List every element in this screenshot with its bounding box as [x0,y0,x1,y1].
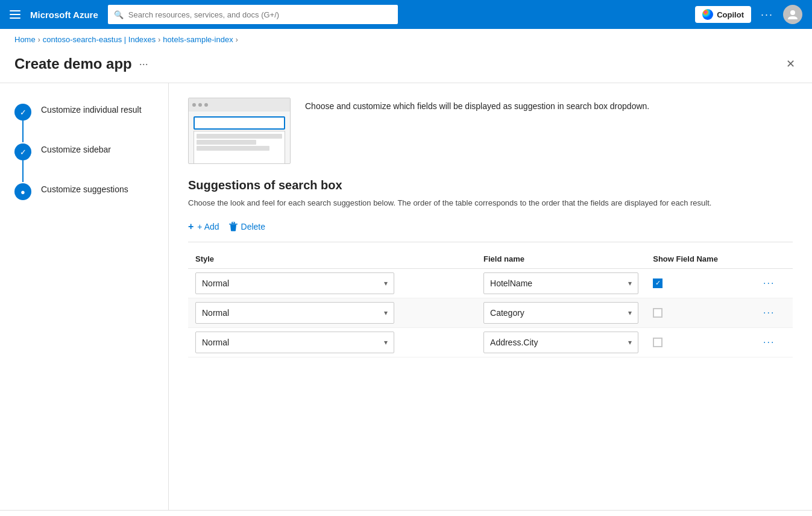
user-avatar[interactable] [783,5,802,24]
field-cell-3: Address.City ▾ [476,327,646,357]
global-search-box[interactable]: 🔍 [108,5,398,24]
table-row: Normal ▾ Category ▾ [188,298,793,327]
wizard-step-1[interactable]: ✓ Customize individual result [14,102,154,121]
field-dropdown-2[interactable]: Category ▾ [483,302,638,324]
style-cell-2: Normal ▾ [188,298,476,327]
mockup-searchbox [194,116,285,130]
main-content: ✓ Customize individual result ✓ Customiz… [0,83,812,510]
show-cell-1: ✓ [646,268,756,298]
page-header: Create demo app ··· ✕ [0,50,812,83]
show-cell-3 [646,327,756,357]
field-value-2: Category [490,308,524,318]
breadcrumb-indexes[interactable]: contoso-search-eastus | Indexes [43,35,156,44]
breadcrumb-index[interactable]: hotels-sample-index [163,35,233,44]
breadcrumb-home[interactable]: Home [14,35,36,44]
mockup-dot-1 [192,103,196,107]
style-chevron-3: ▾ [384,338,388,347]
topbar: Microsoft Azure 🔍 Copilot ··· [0,0,812,29]
field-cell-1: HotelName ▾ [476,268,646,298]
show-cell-2 [646,298,756,327]
style-dropdown-2[interactable]: Normal ▾ [195,302,394,324]
action-cell-1: ··· [756,268,793,298]
mockup-dot-2 [198,103,202,107]
style-dropdown-1[interactable]: Normal ▾ [195,272,394,294]
delete-button[interactable]: Delete [229,219,265,234]
table-row: Normal ▾ Address.City ▾ [188,327,793,357]
style-chevron-2: ▾ [384,309,388,317]
field-dropdown-3[interactable]: Address.City ▾ [483,332,638,353]
copilot-button[interactable]: Copilot [695,6,751,23]
style-value-2: Normal [202,308,229,318]
wizard-footer: Previous Create demo app [0,510,812,516]
close-button[interactable]: ✕ [784,55,798,73]
brand-name: Microsoft Azure [30,10,98,20]
field-dropdown-1[interactable]: HotelName ▾ [483,272,638,294]
svg-point-4 [790,10,795,15]
hamburger-menu[interactable] [10,10,20,19]
preview-row: Choose and customize which fields will b… [188,98,793,164]
row-actions-2[interactable]: ··· [763,307,775,318]
show-checkbox-container-2 [653,308,749,318]
wizard-connector-1 [22,121,24,142]
style-dropdown-3[interactable]: Normal ▾ [195,332,394,353]
show-checkbox-container-1: ✓ [653,278,749,288]
style-cell-3: Normal ▾ [188,327,476,357]
action-cell-2: ··· [756,298,793,327]
field-value-1: HotelName [490,278,532,288]
step-1-icon: ✓ [14,104,31,121]
wizard-step-3[interactable]: ● Customize suggestions [14,182,154,200]
page-title-more[interactable]: ··· [139,58,148,71]
delete-icon [229,222,238,231]
style-value-1: Normal [202,278,229,288]
field-value-3: Address.City [490,338,538,347]
add-button[interactable]: + + Add [188,219,219,234]
field-chevron-3: ▾ [628,338,632,347]
header-field: Field name [476,250,646,269]
header-actions [756,250,793,269]
preview-description: Choose and customize which fields will b… [305,98,649,113]
show-checkbox-container-3 [653,338,749,347]
breadcrumb-sep-1: › [38,36,40,44]
field-cell-2: Category ▾ [476,298,646,327]
mockup-row-3 [197,146,269,151]
mockup-row-2 [197,140,256,145]
field-chevron-1: ▾ [628,279,632,288]
add-label: + Add [197,222,219,231]
suggestions-table: Style Field name Show Field Name Normal … [188,250,793,357]
step-3-icon: ● [14,183,31,200]
style-cell-1: Normal ▾ [188,268,476,298]
wizard-content: Choose and customize which fields will b… [169,83,812,510]
svg-rect-0 [10,10,20,11]
show-checkbox-1[interactable]: ✓ [653,278,663,288]
svg-rect-6 [232,222,234,224]
header-style: Style [188,250,476,269]
search-icon: 🔍 [114,10,124,19]
style-value-3: Normal [202,338,229,347]
step-3-label: Customize suggestions [41,182,128,194]
section-desc: Choose the look and feel for each search… [188,197,793,209]
svg-point-3 [702,9,713,20]
breadcrumb-sep-3: › [236,36,238,44]
topbar-more-button[interactable]: ··· [761,8,773,21]
wizard-step-2[interactable]: ✓ Customize sidebar [14,142,154,160]
row-actions-3[interactable]: ··· [763,337,775,347]
step-2-label: Customize sidebar [41,142,111,154]
table-toolbar: + + Add Delete [188,219,793,242]
wizard-sidebar: ✓ Customize individual result ✓ Customiz… [0,83,169,510]
row-actions-1[interactable]: ··· [763,278,775,288]
field-chevron-2: ▾ [628,309,632,317]
show-checkbox-3[interactable] [653,338,663,347]
header-show-field: Show Field Name [646,250,756,269]
page-title: Create demo app [14,55,132,72]
step-1-label: Customize individual result [41,102,142,115]
breadcrumb: Home › contoso-search-eastus | Indexes ›… [0,29,812,50]
mockup-input-area [189,112,290,164]
show-checkbox-2[interactable] [653,308,663,318]
mockup-row-1 [197,134,282,139]
svg-rect-1 [10,14,20,15]
action-cell-3: ··· [756,327,793,357]
search-input[interactable] [128,10,392,19]
table-row: Normal ▾ HotelName ▾ ✓ [188,268,793,298]
mockup-dot-3 [204,103,208,107]
copilot-label: Copilot [717,10,744,19]
